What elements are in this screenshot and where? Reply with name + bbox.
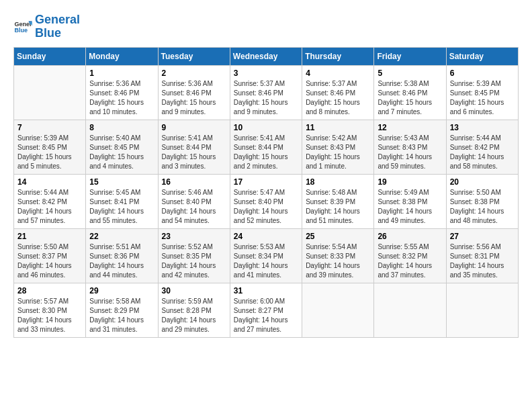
day-number: 24 <box>234 232 298 241</box>
day-cell: 25 Sunrise: 5:54 AMSunset: 8:33 PMDaylig… <box>302 228 374 283</box>
day-number: 29 <box>89 286 154 295</box>
day-cell: 13 Sunrise: 5:44 AMSunset: 8:42 PMDaylig… <box>446 120 518 174</box>
day-cell: 15 Sunrise: 5:45 AMSunset: 8:41 PMDaylig… <box>86 174 158 228</box>
column-header-monday: Monday <box>86 47 158 65</box>
day-number: 30 <box>162 286 226 295</box>
day-info: Sunrise: 5:36 AMSunset: 8:46 PMDaylight:… <box>89 79 154 117</box>
day-cell: 17 Sunrise: 5:47 AMSunset: 8:40 PMDaylig… <box>230 174 302 228</box>
column-header-saturday: Saturday <box>446 47 518 65</box>
day-cell: 10 Sunrise: 5:41 AMSunset: 8:44 PMDaylig… <box>230 120 302 174</box>
day-number: 5 <box>378 68 442 78</box>
day-number: 14 <box>17 177 82 187</box>
day-cell <box>14 65 86 120</box>
header-row: SundayMondayTuesdayWednesdayThursdayFrid… <box>14 47 519 65</box>
day-info: Sunrise: 5:39 AMSunset: 8:45 PMDaylight:… <box>450 79 515 117</box>
column-header-thursday: Thursday <box>302 47 374 65</box>
day-cell: 21 Sunrise: 5:50 AMSunset: 8:37 PMDaylig… <box>14 228 86 283</box>
day-info: Sunrise: 5:48 AMSunset: 8:39 PMDaylight:… <box>306 188 370 226</box>
logo: General Blue GeneralBlue <box>13 13 80 40</box>
day-info: Sunrise: 5:44 AMSunset: 8:42 PMDaylight:… <box>450 134 515 171</box>
day-cell: 22 Sunrise: 5:51 AMSunset: 8:36 PMDaylig… <box>86 228 158 283</box>
day-info: Sunrise: 5:50 AMSunset: 8:38 PMDaylight:… <box>450 188 515 226</box>
day-info: Sunrise: 5:58 AMSunset: 8:29 PMDaylight:… <box>89 297 154 334</box>
day-cell: 27 Sunrise: 5:56 AMSunset: 8:31 PMDaylig… <box>446 228 518 283</box>
day-number: 17 <box>234 177 298 187</box>
day-number: 6 <box>450 68 515 78</box>
day-cell: 31 Sunrise: 6:00 AMSunset: 8:27 PMDaylig… <box>230 283 302 337</box>
day-cell <box>446 283 518 337</box>
day-number: 31 <box>234 286 298 295</box>
day-cell: 1 Sunrise: 5:36 AMSunset: 8:46 PMDayligh… <box>86 65 158 120</box>
day-number: 16 <box>162 177 226 187</box>
logo-icon: General Blue <box>13 17 32 36</box>
day-cell: 7 Sunrise: 5:39 AMSunset: 8:45 PMDayligh… <box>14 120 86 174</box>
day-number: 26 <box>378 232 442 241</box>
day-cell: 8 Sunrise: 5:40 AMSunset: 8:45 PMDayligh… <box>86 120 158 174</box>
day-info: Sunrise: 5:46 AMSunset: 8:40 PMDaylight:… <box>162 188 226 226</box>
week-row-3: 14 Sunrise: 5:44 AMSunset: 8:42 PMDaylig… <box>14 174 519 228</box>
day-number: 15 <box>89 177 154 187</box>
day-cell: 24 Sunrise: 5:53 AMSunset: 8:34 PMDaylig… <box>230 228 302 283</box>
day-info: Sunrise: 5:50 AMSunset: 8:37 PMDaylight:… <box>17 242 82 280</box>
day-cell: 19 Sunrise: 5:49 AMSunset: 8:38 PMDaylig… <box>374 174 446 228</box>
day-number: 7 <box>17 123 82 132</box>
day-info: Sunrise: 5:42 AMSunset: 8:43 PMDaylight:… <box>306 134 370 171</box>
day-number: 18 <box>306 177 370 187</box>
day-cell: 28 Sunrise: 5:57 AMSunset: 8:30 PMDaylig… <box>14 283 86 337</box>
logo-text: GeneralBlue <box>35 13 80 40</box>
day-number: 1 <box>89 68 154 78</box>
column-header-friday: Friday <box>374 47 446 65</box>
column-header-wednesday: Wednesday <box>230 47 302 65</box>
day-info: Sunrise: 5:57 AMSunset: 8:30 PMDaylight:… <box>17 297 82 334</box>
page-header: General Blue GeneralBlue <box>13 13 519 40</box>
day-number: 27 <box>450 232 515 241</box>
column-header-tuesday: Tuesday <box>158 47 230 65</box>
day-info: Sunrise: 5:40 AMSunset: 8:45 PMDaylight:… <box>89 134 154 171</box>
day-info: Sunrise: 5:41 AMSunset: 8:44 PMDaylight:… <box>162 134 226 171</box>
day-info: Sunrise: 5:47 AMSunset: 8:40 PMDaylight:… <box>234 188 298 226</box>
day-info: Sunrise: 5:54 AMSunset: 8:33 PMDaylight:… <box>306 242 370 280</box>
week-row-5: 28 Sunrise: 5:57 AMSunset: 8:30 PMDaylig… <box>14 283 519 337</box>
day-number: 2 <box>162 68 226 78</box>
day-number: 8 <box>89 123 154 132</box>
day-info: Sunrise: 5:55 AMSunset: 8:32 PMDaylight:… <box>378 242 442 280</box>
svg-text:Blue: Blue <box>14 27 28 34</box>
day-cell <box>374 283 446 337</box>
day-cell: 9 Sunrise: 5:41 AMSunset: 8:44 PMDayligh… <box>158 120 230 174</box>
day-number: 28 <box>17 286 82 295</box>
day-number: 25 <box>306 232 370 241</box>
day-info: Sunrise: 5:44 AMSunset: 8:42 PMDaylight:… <box>17 188 82 226</box>
day-info: Sunrise: 6:00 AMSunset: 8:27 PMDaylight:… <box>234 297 298 334</box>
day-info: Sunrise: 5:39 AMSunset: 8:45 PMDaylight:… <box>17 134 82 171</box>
day-number: 3 <box>234 68 298 78</box>
day-cell: 6 Sunrise: 5:39 AMSunset: 8:45 PMDayligh… <box>446 65 518 120</box>
day-info: Sunrise: 5:45 AMSunset: 8:41 PMDaylight:… <box>89 188 154 226</box>
day-info: Sunrise: 5:56 AMSunset: 8:31 PMDaylight:… <box>450 242 515 280</box>
day-number: 12 <box>378 123 442 132</box>
day-cell: 18 Sunrise: 5:48 AMSunset: 8:39 PMDaylig… <box>302 174 374 228</box>
day-cell: 11 Sunrise: 5:42 AMSunset: 8:43 PMDaylig… <box>302 120 374 174</box>
day-number: 21 <box>17 232 82 241</box>
day-number: 10 <box>234 123 298 132</box>
day-cell: 14 Sunrise: 5:44 AMSunset: 8:42 PMDaylig… <box>14 174 86 228</box>
column-header-sunday: Sunday <box>14 47 86 65</box>
day-info: Sunrise: 5:59 AMSunset: 8:28 PMDaylight:… <box>162 297 226 334</box>
day-info: Sunrise: 5:37 AMSunset: 8:46 PMDaylight:… <box>234 79 298 117</box>
day-cell: 23 Sunrise: 5:52 AMSunset: 8:35 PMDaylig… <box>158 228 230 283</box>
day-number: 19 <box>378 177 442 187</box>
day-info: Sunrise: 5:53 AMSunset: 8:34 PMDaylight:… <box>234 242 298 280</box>
week-row-1: 1 Sunrise: 5:36 AMSunset: 8:46 PMDayligh… <box>14 65 519 120</box>
day-info: Sunrise: 5:51 AMSunset: 8:36 PMDaylight:… <box>89 242 154 280</box>
day-number: 13 <box>450 123 515 132</box>
calendar-table: SundayMondayTuesdayWednesdayThursdayFrid… <box>13 47 519 338</box>
day-info: Sunrise: 5:41 AMSunset: 8:44 PMDaylight:… <box>234 134 298 171</box>
week-row-2: 7 Sunrise: 5:39 AMSunset: 8:45 PMDayligh… <box>14 120 519 174</box>
day-cell <box>302 283 374 337</box>
day-info: Sunrise: 5:52 AMSunset: 8:35 PMDaylight:… <box>162 242 226 280</box>
day-cell: 12 Sunrise: 5:43 AMSunset: 8:43 PMDaylig… <box>374 120 446 174</box>
day-number: 22 <box>89 232 154 241</box>
week-row-4: 21 Sunrise: 5:50 AMSunset: 8:37 PMDaylig… <box>14 228 519 283</box>
day-number: 11 <box>306 123 370 132</box>
day-cell: 26 Sunrise: 5:55 AMSunset: 8:32 PMDaylig… <box>374 228 446 283</box>
day-cell: 20 Sunrise: 5:50 AMSunset: 8:38 PMDaylig… <box>446 174 518 228</box>
